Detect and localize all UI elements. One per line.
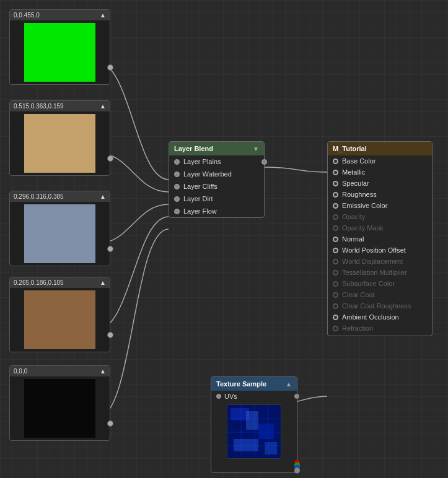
texture-preview — [227, 404, 281, 459]
layer-blend-collapse[interactable]: ▼ — [253, 146, 259, 152]
layer-cliffs-pin-in[interactable] — [174, 184, 180, 189]
layer-blend-row-2: Layer Cliffs — [169, 180, 264, 193]
normal-pin[interactable] — [333, 237, 338, 242]
color-node-3-collapse[interactable]: ▲ — [100, 193, 106, 200]
layer-blend-row-0: Layer Plains — [169, 155, 264, 168]
texture-uvs-pin-in[interactable] — [216, 394, 221, 399]
layer-blend-row-1: Layer Waterbed — [169, 168, 264, 180]
ccr-label: Clear Coat Roughness — [342, 302, 411, 310]
color-node-1-collapse[interactable]: ▲ — [100, 12, 106, 19]
layer-waterbed-pin-in[interactable] — [174, 172, 180, 177]
refraction-label: Refraction — [342, 324, 373, 332]
m-tutorial-opacity-mask-row: Opacity Mask — [328, 222, 432, 233]
emissive-label: Emissive Color — [342, 202, 387, 209]
m-tutorial-roughness-row: Roughness — [328, 189, 432, 200]
opacity-pin[interactable] — [333, 214, 338, 220]
color-node-4-preview — [24, 290, 95, 349]
ao-label: Ambient Occlusion — [342, 313, 399, 321]
texture-sample-node: Texture Sample ▲ UVs — [211, 376, 297, 473]
layer-dirt-label: Layer Dirt — [183, 195, 213, 202]
specular-label: Specular — [342, 180, 369, 187]
m-tutorial-subsurface-row: Subsurface Color — [328, 278, 432, 289]
specular-pin[interactable] — [333, 181, 338, 186]
color-node-2-collapse[interactable]: ▲ — [100, 103, 106, 110]
color-node-3: 0.296,0.316,0.385 ▲ — [9, 191, 110, 266]
roughness-pin[interactable] — [333, 192, 338, 198]
layer-cliffs-label: Layer Cliffs — [183, 183, 217, 190]
color-node-1-preview — [24, 23, 95, 82]
color-node-5-pin[interactable] — [107, 420, 113, 427]
color-node-4-label: 0.265,0.186,0.105 — [14, 279, 64, 286]
texture-uvs-row: UVs — [211, 391, 297, 402]
wpo-pin[interactable] — [333, 248, 338, 253]
layer-plains-label: Layer Plains — [183, 158, 221, 165]
color-node-2: 0.515,0.363,0.159 ▲ — [9, 100, 110, 176]
texture-output-alpha-row — [211, 469, 297, 472]
layer-plains-pin-out[interactable] — [261, 159, 267, 165]
m-tutorial-ccr-row: Clear Coat Roughness — [328, 300, 432, 311]
color-node-3-pin[interactable] — [107, 246, 113, 252]
color-node-5: 0,0,0 ▲ — [9, 365, 110, 441]
texture-sample-title: Texture Sample — [216, 380, 266, 388]
opacity-mask-label: Opacity Mask — [342, 224, 384, 232]
color-node-5-label: 0,0,0 — [14, 368, 27, 375]
ccr-pin[interactable] — [333, 303, 338, 309]
m-tutorial-metallic-row: Metallic — [328, 167, 432, 178]
svg-rect-9 — [234, 439, 258, 451]
metallic-label: Metallic — [342, 168, 365, 176]
color-node-1-label: 0,0.455,0 — [14, 12, 40, 19]
color-node-2-pin[interactable] — [107, 155, 113, 162]
cc-pin[interactable] — [333, 292, 338, 298]
texture-output-alpha-pin[interactable] — [294, 468, 300, 474]
color-node-4-collapse[interactable]: ▲ — [100, 279, 106, 286]
texture-uvs-label: UVs — [224, 393, 237, 400]
color-node-4: 0.265,0.186,0.105 ▲ — [9, 277, 110, 352]
cc-label: Clear Coat — [342, 291, 375, 298]
roughness-label: Roughness — [342, 191, 377, 198]
layer-flow-pin-in[interactable] — [174, 209, 180, 214]
layer-flow-label: Layer Flow — [183, 207, 217, 215]
color-node-5-preview — [24, 379, 95, 438]
subsurface-pin[interactable] — [333, 281, 338, 287]
base-color-pin[interactable] — [333, 159, 338, 164]
layer-plains-pin-in[interactable] — [174, 159, 180, 165]
m-tutorial-header: M_Tutorial — [328, 142, 432, 155]
base-color-label: Base Color — [342, 157, 376, 165]
color-node-2-label: 0.515,0.363,0.159 — [14, 103, 64, 110]
svg-rect-10 — [265, 442, 277, 454]
m-tutorial-cc-row: Clear Coat — [328, 289, 432, 300]
svg-rect-11 — [246, 411, 258, 430]
color-node-3-label: 0.296,0.316,0.385 — [14, 193, 64, 200]
m-tutorial-wd-row: World Displacement — [328, 256, 432, 267]
color-node-5-collapse[interactable]: ▲ — [100, 368, 106, 375]
layer-blend-node: Layer Blend ▼ Layer Plains Layer Waterbe… — [169, 141, 265, 218]
color-node-1-pin[interactable] — [107, 64, 113, 71]
wd-label: World Displacement — [342, 258, 403, 265]
metallic-pin[interactable] — [333, 170, 338, 175]
texture-sample-collapse[interactable]: ▲ — [286, 381, 292, 388]
layer-waterbed-label: Layer Waterbed — [183, 170, 232, 178]
m-tutorial-opacity-row: Opacity — [328, 211, 432, 222]
layer-blend-title: Layer Blend — [174, 145, 213, 152]
m-tutorial-ao-row: Ambient Occlusion — [328, 311, 432, 323]
ao-pin[interactable] — [333, 315, 338, 320]
m-tutorial-normal-row: Normal — [328, 233, 432, 245]
m-tutorial-tess-row: Tessellation Multiplier — [328, 267, 432, 278]
color-node-4-pin[interactable] — [107, 332, 113, 338]
layer-blend-row-4: Layer Flow — [169, 205, 264, 217]
wd-pin[interactable] — [333, 259, 338, 264]
tess-pin[interactable] — [333, 270, 338, 276]
color-node-2-preview — [24, 114, 95, 173]
opacity-mask-pin[interactable] — [333, 225, 338, 231]
refraction-pin[interactable] — [333, 326, 338, 331]
m-tutorial-base-color-row: Base Color — [328, 155, 432, 167]
m-tutorial-title: M_Tutorial — [333, 145, 367, 152]
layer-dirt-pin-in[interactable] — [174, 196, 180, 202]
color-node-3-header: 0.296,0.316,0.385 ▲ — [10, 191, 110, 202]
tess-label: Tessellation Multiplier — [342, 269, 407, 276]
texture-uvs-pin-out[interactable] — [294, 394, 299, 399]
emissive-pin[interactable] — [333, 203, 338, 209]
opacity-label: Opacity — [342, 213, 365, 220]
color-node-2-header: 0.515,0.363,0.159 ▲ — [10, 101, 110, 111]
m-tutorial-wpo-row: World Position Offset — [328, 245, 432, 256]
